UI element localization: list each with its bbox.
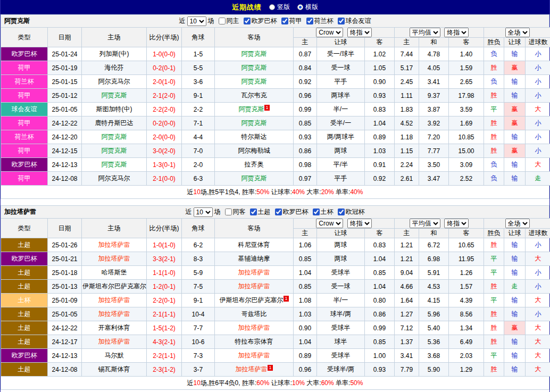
bookmaker-select[interactable]: Crow [316, 219, 343, 228]
euro-draw-odds: 5.96 [419, 307, 449, 321]
team-name-link[interactable]: 海伦芬 [105, 64, 124, 71]
filter-checkbox-league[interactable]: 土杯 [313, 207, 334, 216]
odds-time-select[interactable]: 终指 [444, 28, 469, 37]
match-date: 25-01-26 [48, 238, 82, 252]
team-name-link[interactable]: 特尔斯达 [241, 133, 267, 140]
team-name-link[interactable]: 加拉塔萨雷 [98, 255, 130, 262]
result-goals: 小 [526, 238, 550, 252]
sub-col-euro-draw: 和 [419, 38, 449, 47]
team-name-link[interactable]: 加拉塔萨雷 [238, 324, 270, 331]
team-name-link[interactable]: 伊斯坦布尔巴萨克塞尔 [82, 282, 146, 290]
team-name-link[interactable]: 马尔默 [105, 352, 124, 359]
team-name-link[interactable]: 加拉塔萨雷 [98, 241, 130, 248]
team-name-link[interactable]: 哥兹塔比 [241, 310, 267, 318]
league-checkbox[interactable] [338, 18, 345, 24]
filter-checkbox-league[interactable]: 土超 [250, 207, 271, 216]
team-name-link[interactable]: 斯图加特(中) [96, 105, 132, 113]
result-wdl: 平 [484, 266, 504, 280]
team-name-link[interactable]: 阿尔梅勒城 [238, 147, 270, 154]
halftime-score: (2-0) [162, 147, 176, 155]
col-header-date: 日期 [48, 219, 82, 238]
team-name-link[interactable]: 加拉塔萨雷 [238, 282, 270, 290]
result-handicap: 输 [504, 238, 526, 252]
team-name-link[interactable]: 列加斯(中) [99, 50, 129, 57]
team-name-link[interactable]: 阿贾克斯 [238, 105, 264, 113]
average-select[interactable]: 平均值 [410, 28, 440, 37]
odds-time-select[interactable]: 终指 [444, 219, 469, 228]
team-name-link[interactable]: 鹿特丹斯巴达 [95, 119, 134, 127]
filter-matches-label: 场 [214, 207, 221, 216]
team-name-link[interactable]: 阿贾克斯 [241, 119, 267, 127]
asian-home-odds: 0.96 [294, 363, 317, 377]
euro-away-odds: 3.59 [449, 103, 484, 116]
home-team-cell: 加拉塔萨雷 [82, 252, 147, 266]
radio-horizontal-layout[interactable]: 横版 [297, 3, 318, 12]
filter-checkbox-league[interactable]: 球会友谊 [338, 16, 371, 26]
match-date: 24-12-15 [48, 144, 82, 158]
odds-time-select[interactable]: 终指 [347, 219, 372, 228]
team-name-link[interactable]: 加拉塔萨雷 [98, 338, 130, 345]
filter-checkbox-league[interactable]: 欧罗巴杯 [244, 16, 277, 26]
recent-count-select[interactable]: 10 [194, 207, 213, 217]
team-name-link[interactable]: 阿贾克斯 [102, 161, 127, 168]
fulltime-select[interactable]: 全场 [505, 28, 530, 37]
team-name-link[interactable]: 伊斯坦布尔巴萨克塞尔 [219, 296, 283, 304]
match-date: 25-01-24 [48, 47, 82, 61]
same-home-checkbox[interactable] [219, 18, 226, 24]
euro-draw-odds: 6.72 [419, 238, 449, 252]
team-name-link[interactable]: 特拉布宗体育 [235, 338, 273, 345]
team-name-link[interactable]: 哈塔斯堡 [102, 269, 127, 276]
fulltime-score: 1-0 [153, 51, 162, 58]
filter-checkbox-league[interactable]: 荷甲 [281, 16, 302, 26]
result-goals: 大 [526, 349, 550, 363]
team-name-link[interactable]: 加拉塔萨雷 [238, 352, 270, 359]
halftime-score: (2-1) [162, 255, 176, 263]
euro-draw-odds: 4.15 [419, 294, 449, 307]
match-row: 土超25-01-18哈塔斯堡1-1(1-0)5-9加拉塔萨雷1.04受球半0.8… [1, 266, 550, 280]
team-name-link[interactable]: 阿尔克马尔 [98, 174, 130, 182]
result-handicap: 输 [504, 307, 526, 321]
league-checkbox[interactable] [306, 18, 313, 24]
league-badge: 荷甲 [1, 61, 48, 75]
team-name-link[interactable]: 锡瓦斯体育 [98, 365, 130, 373]
league-checkbox[interactable] [275, 208, 282, 215]
league-checkbox[interactable] [313, 208, 320, 215]
team-name-link[interactable]: 阿贾克斯 [241, 50, 267, 57]
bookmaker-select[interactable]: Crow [316, 28, 343, 37]
league-checkbox[interactable] [281, 18, 288, 24]
radio-vertical-layout[interactable]: 竖版 [269, 3, 290, 12]
league-checkbox[interactable] [338, 208, 345, 215]
fulltime-score: 2-1 [153, 175, 162, 182]
league-checkbox[interactable] [250, 208, 257, 215]
same-away-checkbox[interactable] [225, 208, 232, 215]
team-name-link[interactable]: 科尼亚体育 [238, 241, 270, 248]
team-name-link[interactable]: 阿尔克马尔 [98, 78, 130, 85]
average-select[interactable]: 平均值 [410, 219, 440, 228]
odds-time-select[interactable]: 终指 [347, 28, 372, 37]
team-name-link[interactable]: 加拉塔萨雷 [98, 310, 130, 318]
team-name-link[interactable]: 阿贾克斯 [102, 133, 127, 140]
filter-checkbox-league[interactable]: 荷兰杯 [306, 16, 334, 26]
team-name-link[interactable]: 开塞利体育 [98, 324, 130, 331]
team-name-link[interactable]: 基辅迪纳摩 [238, 255, 270, 262]
filter-checkbox-league[interactable]: 欧冠杯 [338, 207, 365, 216]
team-name-link[interactable]: 加拉塔萨雷 [235, 365, 267, 373]
team-name-link[interactable]: 加拉塔萨雷 [98, 296, 130, 304]
recent-count-select[interactable]: 10 [187, 16, 206, 26]
filter-checkbox-same-home[interactable]: 同主 [219, 16, 239, 26]
team-name-link[interactable]: 阿贾克斯 [102, 91, 127, 99]
filter-checkbox-league[interactable]: 欧罗巴杯 [275, 207, 309, 216]
team-name-link[interactable]: 阿贾克斯 [241, 64, 267, 71]
league-checkbox[interactable] [244, 18, 251, 24]
team-name-link[interactable]: 阿贾克斯 [241, 174, 267, 182]
team-name-link[interactable]: 拉齐奥 [245, 161, 264, 168]
team-name-link[interactable]: 瓦尔韦克 [241, 91, 267, 99]
asian-handicap: 受一/球半 [317, 47, 365, 61]
fulltime-select[interactable]: 全场 [505, 219, 530, 228]
team-name-link[interactable]: 阿贾克斯 [102, 147, 127, 154]
team-name-link[interactable]: 阿贾克斯 [241, 78, 267, 85]
corner-cell: 3-6 [182, 75, 215, 89]
team-section-galatasaray: 加拉塔萨雷 近 10 场 同客 土超 欧罗巴杯 土杯 欧冠杯 类型 日 [1, 205, 549, 390]
filter-checkbox-same-away[interactable]: 同客 [225, 207, 246, 216]
team-name-link[interactable]: 加拉塔萨雷 [238, 269, 270, 276]
